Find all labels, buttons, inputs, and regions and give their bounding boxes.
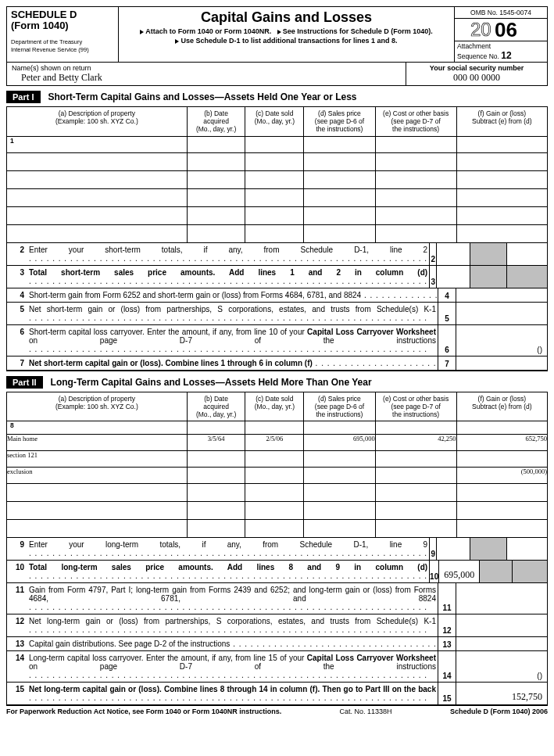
dept-label: Department of the Treasury bbox=[11, 39, 114, 45]
seq-label: Sequence No. bbox=[457, 52, 501, 60]
line-7: 7 Net short-term capital gain or (loss).… bbox=[6, 357, 548, 371]
col-e-header: (e) Cost or other basis (see page D-7 of… bbox=[375, 107, 456, 137]
part2-label: Part II bbox=[6, 376, 43, 389]
form-number: (Form 1040) bbox=[11, 20, 114, 31]
line-15: 15 Net long-term capital gain or (loss).… bbox=[6, 683, 548, 706]
header-center: Capital Gains and Losses Attach to Form … bbox=[119, 7, 454, 62]
footer-center: Cat. No. 11338H bbox=[340, 708, 392, 715]
part1-table: (a) Description of property (Example: 10… bbox=[6, 106, 548, 243]
table-row[interactable] bbox=[7, 520, 548, 538]
table-row[interactable] bbox=[7, 152, 548, 170]
footer-right: Schedule D (Form 1040) 2006 bbox=[450, 708, 548, 715]
footer: For Paperwork Reduction Act Notice, see … bbox=[6, 708, 548, 715]
col-a-header: (a) Description of property (Example: 10… bbox=[7, 107, 188, 137]
ssn-label: Your social security number bbox=[430, 64, 524, 72]
line5-text: Net short-term gain or (loss) from partn… bbox=[29, 303, 438, 324]
line7-val[interactable] bbox=[456, 357, 547, 370]
form-title: Capital Gains and Losses bbox=[123, 9, 450, 26]
taxpayer-name: Peter and Betty Clark bbox=[12, 72, 102, 83]
line5-val[interactable] bbox=[456, 303, 547, 324]
schedule-label: SCHEDULE D bbox=[11, 9, 114, 20]
irs-label: Internal Revenue Service (99) bbox=[11, 47, 114, 53]
part1-header: Part I Short-Term Capital Gains and Loss… bbox=[6, 91, 548, 103]
table-row[interactable]: section 121 bbox=[7, 451, 548, 468]
line-9: 9 Enter your long-term totals, if any, f… bbox=[6, 538, 548, 561]
sub3: Use Schedule D-1 to list additional tran… bbox=[180, 37, 397, 45]
line2-f[interactable] bbox=[506, 243, 547, 265]
footer-left: For Paperwork Reduction Act Notice, see … bbox=[6, 708, 281, 715]
part1-label: Part I bbox=[6, 91, 41, 103]
line3-d[interactable] bbox=[436, 266, 469, 288]
subtitle-row: Attach to Form 1040 or Form 1040NR. See … bbox=[123, 27, 450, 35]
part2-title: Long-Term Capital Gains and Losses—Asset… bbox=[51, 377, 372, 388]
seq-num: 12 bbox=[501, 50, 511, 61]
tax-year: 20 06 bbox=[455, 19, 547, 41]
row1-num: 1 bbox=[7, 136, 188, 152]
table-header-row: (a) Description of property (Example: 10… bbox=[7, 392, 548, 421]
table-row[interactable] bbox=[7, 502, 548, 520]
table-row[interactable] bbox=[7, 206, 548, 224]
col-f-header: (f) Gain or (loss) Subtract (e) from (d) bbox=[456, 107, 547, 137]
subtitle-row2: Use Schedule D-1 to list additional tran… bbox=[123, 37, 450, 45]
form-header: SCHEDULE D (Form 1040) Department of the… bbox=[6, 6, 548, 63]
table-row[interactable] bbox=[7, 484, 548, 502]
ssn-value: 000 00 0000 bbox=[453, 72, 500, 83]
line15-val[interactable]: 152,750 bbox=[456, 683, 547, 704]
triangle-icon bbox=[175, 39, 179, 44]
table-row[interactable] bbox=[7, 188, 548, 206]
names-label: Name(s) shown on return bbox=[12, 64, 91, 72]
line6-text: Short-term capital loss carryover. Enter… bbox=[29, 325, 438, 356]
line-4: 4 Short-term gain from Form 6252 and sho… bbox=[6, 288, 548, 303]
line4-text: Short-term gain from Form 6252 and short… bbox=[29, 288, 438, 302]
part2-table: (a) Description of property (Example: 10… bbox=[6, 392, 548, 539]
part1-title: Short-Term Capital Gains and Losses—Asse… bbox=[48, 91, 357, 102]
line-11: 11 Gain from Form 4797, Part I; long-ter… bbox=[6, 583, 548, 614]
col-c-header: (c) Date sold (Mo., day, yr.) bbox=[245, 107, 304, 137]
line3-text: Total short-term sales price amounts. Ad… bbox=[29, 266, 429, 288]
table-row[interactable]: 1 bbox=[7, 136, 548, 152]
ssn-field[interactable]: Your social security number 000 00 0000 bbox=[406, 63, 547, 85]
header-left: SCHEDULE D (Form 1040) Department of the… bbox=[7, 7, 119, 62]
line4-val[interactable] bbox=[456, 288, 547, 302]
line-6: 6 Short-term capital loss carryover. Ent… bbox=[6, 325, 548, 357]
line-3: 3 Total short-term sales price amounts. … bbox=[6, 266, 548, 288]
part2-header: Part II Long-Term Capital Gains and Loss… bbox=[6, 376, 548, 389]
line2-d[interactable] bbox=[436, 243, 469, 265]
sub2: See Instructions for Schedule D (Form 10… bbox=[283, 27, 433, 35]
table-row[interactable]: 8 bbox=[7, 421, 548, 435]
line2-box: 2 bbox=[429, 243, 436, 265]
names-row: Name(s) shown on return Peter and Betty … bbox=[6, 63, 548, 86]
line-12: 12 Net long-term gain or (loss) from par… bbox=[6, 614, 548, 637]
sub1: Attach to Form 1040 or Form 1040NR. bbox=[145, 27, 271, 35]
line-5: 5 Net short-term gain or (loss) from par… bbox=[6, 303, 548, 325]
line7-text: Net short-term capital gain or (loss). C… bbox=[29, 357, 438, 370]
line6-val[interactable]: () bbox=[456, 325, 547, 356]
att-label: Attachment bbox=[457, 42, 491, 50]
names-field[interactable]: Name(s) shown on return Peter and Betty … bbox=[7, 63, 406, 85]
table-row[interactable]: Main home 3/5/64 2/5/06 695,000 42,250 6… bbox=[7, 435, 548, 451]
line10-d[interactable]: 695,000 bbox=[438, 561, 479, 582]
table-row[interactable] bbox=[7, 170, 548, 188]
line2-e-grey bbox=[470, 243, 506, 265]
table-row[interactable]: exclusion (500,000) bbox=[7, 468, 548, 484]
line2-text: Enter your short-term totals, if any, fr… bbox=[29, 243, 429, 265]
svg-text:06: 06 bbox=[495, 19, 517, 41]
triangle-icon bbox=[277, 30, 281, 34]
sequence: Attachment Sequence No. 12 bbox=[455, 41, 547, 62]
table-row[interactable] bbox=[7, 224, 548, 242]
table-header-row: (a) Description of property (Example: 10… bbox=[7, 107, 548, 137]
omb-number: OMB No. 1545-0074 bbox=[455, 7, 547, 19]
line-2: 2 Enter your short-term totals, if any, … bbox=[6, 243, 548, 266]
line-10: 10 Total long-term sales price amounts. … bbox=[6, 561, 548, 583]
line-14: 14 Long-term capital loss carryover. Ent… bbox=[6, 651, 548, 683]
col-b-header: (b) Date acquired (Mo., day, yr.) bbox=[187, 107, 245, 137]
svg-text:20: 20 bbox=[470, 19, 491, 40]
col-d-header: (d) Sales price (see page D-6 of the ins… bbox=[304, 107, 375, 137]
line-13: 13 Capital gain distributions. See page … bbox=[6, 637, 548, 651]
header-right: OMB No. 1545-0074 20 06 Attachment Seque… bbox=[454, 7, 547, 62]
triangle-icon bbox=[140, 30, 144, 34]
